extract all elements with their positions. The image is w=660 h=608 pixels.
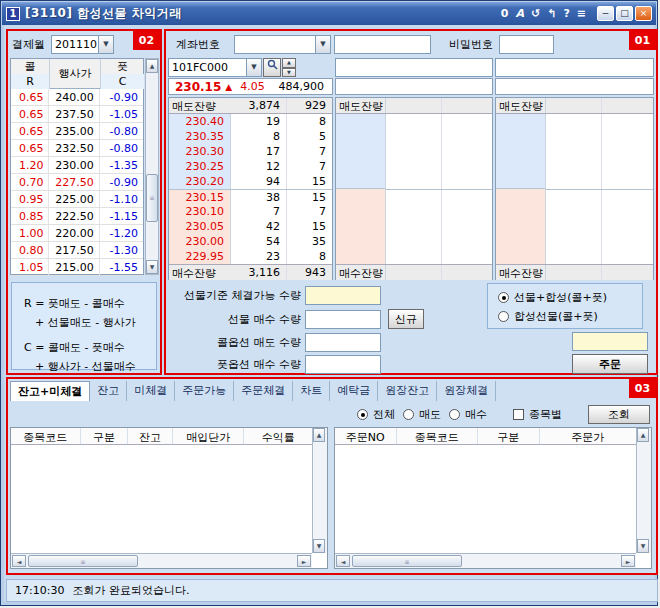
vertical-scrollbar[interactable] — [636, 428, 651, 553]
col-buy-price[interactable]: 매입단가 — [173, 428, 245, 444]
help-icon[interactable]: ? — [563, 7, 569, 20]
bid-row[interactable]: 230.153815 — [169, 189, 332, 204]
radio-selected-icon[interactable] — [498, 292, 509, 303]
fillable-qty-input[interactable] — [305, 286, 381, 305]
spinner-down-icon[interactable] — [282, 68, 296, 78]
password-input[interactable] — [499, 35, 554, 54]
bid-zone[interactable] — [496, 189, 545, 264]
tab-orderable[interactable]: 주문가능 — [175, 381, 234, 401]
scroll-down-icon[interactable] — [313, 539, 325, 553]
filter-sell[interactable]: 매도 — [403, 405, 441, 424]
chevron-down-icon[interactable] — [246, 59, 261, 76]
new-order-button[interactable]: 신규 — [388, 309, 424, 329]
tab-chart[interactable]: 차트 — [293, 381, 330, 401]
scroll-up-icon[interactable] — [313, 428, 325, 442]
horizontal-scrollbar[interactable] — [11, 553, 312, 568]
close-button[interactable]: × — [635, 6, 652, 21]
ask-row[interactable]: 230.209415 — [169, 174, 332, 189]
col-type[interactable]: 구분 — [81, 428, 129, 444]
option-row[interactable]: 0.65235.00-0.80 — [11, 123, 143, 140]
tab-ledger-balance[interactable]: 원장잔고 — [378, 381, 437, 401]
order-button[interactable]: 주문 — [572, 354, 648, 374]
ask-row[interactable]: 230.40198 — [169, 114, 332, 129]
spinner-up-icon[interactable] — [282, 58, 296, 68]
snap-icon[interactable]: ↰ — [547, 7, 556, 20]
option-row[interactable]: 1.05215.00-1.55 — [11, 259, 143, 276]
checkbox-icon[interactable] — [513, 409, 524, 420]
strategy-option-1[interactable]: 선물+합성(콜+풋) — [498, 288, 642, 307]
option-row[interactable]: 0.65237.50-1.05 — [11, 106, 143, 123]
vertical-scrollbar[interactable] — [312, 428, 327, 553]
col-return-rate[interactable]: 수익률 — [244, 428, 312, 444]
call-sell-qty-input[interactable] — [305, 333, 381, 352]
maximize-button[interactable]: □ — [616, 6, 633, 21]
ask-row[interactable]: 230.30177 — [169, 144, 332, 159]
refresh-icon[interactable]: ↺ — [531, 7, 540, 20]
account-number-input[interactable] — [334, 35, 431, 54]
col-order-price[interactable]: 주문가 — [540, 428, 636, 444]
scroll-left-icon[interactable] — [12, 555, 26, 567]
scroll-thumb[interactable] — [28, 555, 138, 567]
option-table-scrollbar[interactable] — [145, 58, 159, 275]
option-row[interactable]: 0.80217.50-1.30 — [11, 242, 143, 259]
scroll-right-icon[interactable] — [621, 555, 635, 567]
option-row[interactable]: 1.00220.00-1.20 — [11, 225, 143, 242]
ask-zone[interactable] — [496, 114, 545, 189]
option-row[interactable]: 0.85222.50-1.15 — [11, 208, 143, 225]
code-spinner[interactable] — [282, 58, 296, 77]
ask-row[interactable]: 230.3585 — [169, 129, 332, 144]
strategy-option-2[interactable]: 합성선물(콜+풋) — [498, 307, 642, 326]
option-row[interactable]: 1.20230.00-1.35 — [11, 157, 143, 174]
radio-selected-icon[interactable] — [357, 409, 368, 420]
col-symbol-code[interactable]: 종목코드 — [397, 428, 478, 444]
scroll-down-icon[interactable] — [637, 539, 649, 553]
scroll-thumb[interactable] — [146, 174, 158, 222]
tab-ledger-fills[interactable]: 원장체결 — [437, 381, 496, 401]
settlement-month-select[interactable]: 201110 — [51, 35, 114, 54]
menu-icon[interactable]: ≡ — [577, 7, 586, 20]
filter-by-symbol[interactable]: 종목별 — [513, 407, 562, 422]
zero-icon[interactable]: 0 — [501, 7, 509, 20]
chevron-down-icon[interactable] — [315, 36, 330, 53]
ask-zone[interactable] — [336, 114, 385, 189]
option-row-atm[interactable]: 0.70227.50-0.90 — [11, 174, 143, 191]
bid-row[interactable]: 229.95238 — [169, 249, 332, 264]
scroll-thumb[interactable] — [352, 555, 462, 567]
bid-row[interactable]: 230.005435 — [169, 234, 332, 249]
query-button[interactable]: 조회 — [588, 405, 650, 424]
horizontal-scrollbar[interactable] — [335, 553, 636, 568]
col-balance[interactable]: 잔고 — [128, 428, 173, 444]
scroll-right-icon[interactable] — [297, 555, 311, 567]
scroll-up-icon[interactable] — [637, 428, 649, 442]
radio-icon[interactable] — [449, 409, 460, 420]
search-icon[interactable] — [263, 58, 281, 77]
title-bar[interactable]: 1 [3110] 합성선물 차익거래 0 A ↺ ↰ ? ≡ − □ × — [2, 2, 656, 25]
scroll-down-icon[interactable] — [146, 260, 158, 274]
chevron-down-icon[interactable] — [98, 36, 113, 53]
put-code-field[interactable] — [495, 58, 654, 77]
col-type[interactable]: 구분 — [478, 428, 540, 444]
bid-row[interactable]: 230.054215 — [169, 219, 332, 234]
tab-balance-unfilled[interactable]: 잔고+미체결 — [10, 381, 90, 401]
option-row[interactable]: 0.65232.50-0.80 — [11, 140, 143, 157]
tab-balance[interactable]: 잔고 — [90, 381, 127, 401]
filter-buy[interactable]: 매수 — [449, 405, 487, 424]
radio-icon[interactable] — [403, 409, 414, 420]
font-icon[interactable]: A — [515, 7, 524, 20]
tab-order-fills[interactable]: 주문체결 — [234, 381, 293, 401]
futures-code-select[interactable]: 101FC000 — [168, 58, 262, 77]
call-code-field[interactable] — [335, 58, 493, 77]
futures-buy-qty-input[interactable] — [305, 310, 381, 329]
radio-icon[interactable] — [498, 311, 509, 322]
minimize-button[interactable]: − — [597, 6, 614, 21]
ask-row[interactable]: 230.25127 — [169, 159, 332, 174]
option-row[interactable]: 0.95225.00-1.10 — [11, 191, 143, 208]
tab-deposit[interactable]: 예탁금 — [330, 381, 378, 401]
bid-row[interactable]: 230.1077 — [169, 204, 332, 219]
account-number-select[interactable] — [234, 35, 331, 54]
option-row[interactable]: 0.65240.00-0.90 — [11, 89, 143, 106]
order-qty-input[interactable] — [572, 332, 648, 351]
scroll-up-icon[interactable] — [146, 59, 158, 73]
bid-zone[interactable] — [336, 189, 385, 264]
scroll-left-icon[interactable] — [336, 555, 350, 567]
